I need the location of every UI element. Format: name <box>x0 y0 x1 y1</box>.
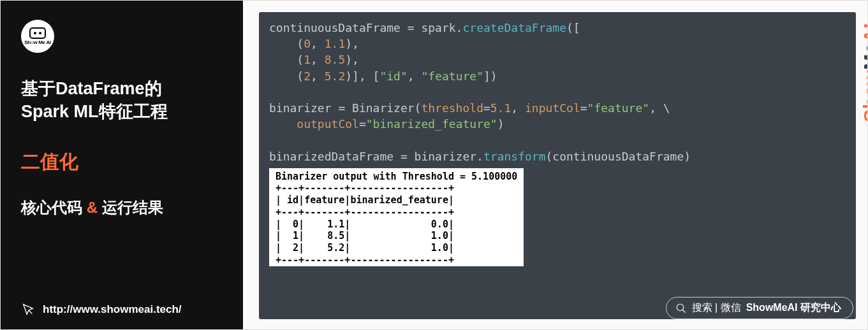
logo-face-icon <box>29 27 46 39</box>
code-block: continuousDataFrame = spark.createDataFr… <box>259 12 856 319</box>
search-pill[interactable]: 搜索 | 微信 ShowMeAI 研究中心 <box>666 297 853 319</box>
cursor-icon <box>21 303 35 317</box>
watermark: ShowMeAI <box>860 23 868 122</box>
main-panel: continuousDataFrame = spark.createDataFr… <box>243 1 868 330</box>
title-line-2: Spark ML特征工程 <box>21 100 230 123</box>
search-text-prefix: 搜索 | 微信 <box>692 301 741 315</box>
logo-text: Show Me AI <box>24 39 51 45</box>
svg-point-0 <box>677 304 684 311</box>
title-line-1: 基于DataFrame的 <box>21 77 230 100</box>
title-block: 基于DataFrame的 Spark ML特征工程 <box>21 77 230 124</box>
logo: Show Me AI <box>21 20 54 53</box>
website-url: http://www.showmeai.tech/ <box>43 303 182 316</box>
subtitle: 二值化 <box>21 149 230 175</box>
search-text-bold: ShowMeAI 研究中心 <box>746 301 841 315</box>
section-label: 核心代码 & 运行结果 <box>21 197 230 218</box>
output-box: Binarizer output with Threshold = 5.1000… <box>269 168 524 266</box>
sidebar: Show Me AI 基于DataFrame的 Spark ML特征工程 二值化… <box>1 1 243 330</box>
search-icon <box>675 303 687 314</box>
output-title: Binarizer output with Threshold = 5.1000… <box>276 171 517 182</box>
svg-line-1 <box>682 310 686 313</box>
website-link[interactable]: http://www.showmeai.tech/ <box>21 303 182 317</box>
